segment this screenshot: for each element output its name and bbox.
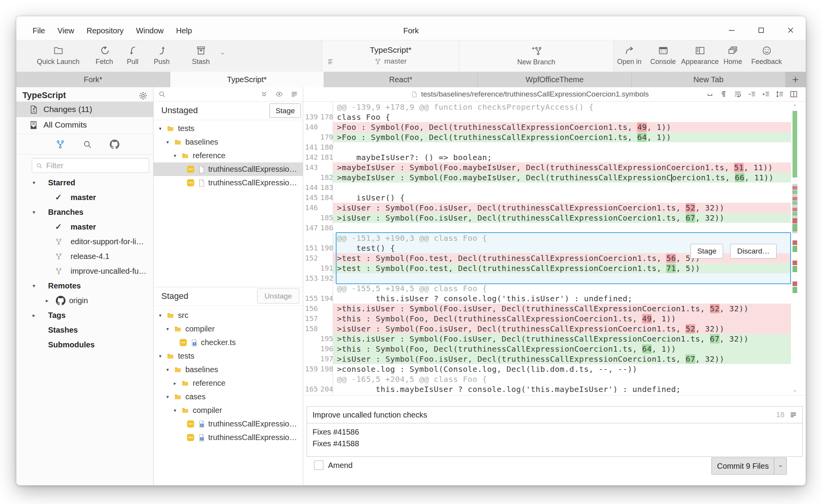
folder-icon bbox=[181, 152, 190, 159]
new-branch-label: New Branch bbox=[459, 58, 613, 66]
old-line-number bbox=[303, 102, 320, 112]
diff-scrollbar[interactable] bbox=[792, 102, 798, 395]
old-line-number: 156 bbox=[303, 304, 320, 314]
word-wrap-icon[interactable] bbox=[734, 90, 742, 98]
branch-icon bbox=[55, 238, 71, 245]
sidebar-branch-release-4-1[interactable]: release-4.1 bbox=[16, 249, 153, 264]
modified-badge-icon bbox=[187, 179, 195, 187]
sidebar-tree-submodules[interactable]: Submodules bbox=[16, 337, 153, 352]
divider bbox=[154, 120, 303, 120]
sidebar-tree-tags[interactable]: ▸Tags bbox=[16, 308, 153, 323]
staged-folder-tests[interactable]: ▾tests bbox=[154, 349, 303, 363]
sidebar-tree-stashes[interactable]: Stashes bbox=[16, 323, 153, 337]
tab-react[interactable]: React* bbox=[324, 72, 478, 87]
sidebar-tree-remotes[interactable]: ▾Remotes bbox=[16, 278, 153, 293]
diff-row: @@ -155,5 +194,5 @@ class Foo { bbox=[303, 283, 806, 293]
amend-checkbox[interactable] bbox=[314, 461, 323, 470]
pull-icon bbox=[117, 45, 148, 56]
diff-row: 157>this : Symbol(Foo, Decl(truthinessCa… bbox=[303, 314, 806, 324]
branch-icon bbox=[375, 58, 381, 65]
staged-file-truthinesscallexpression[interactable]: StruthinessCallExpression… bbox=[154, 417, 303, 431]
sidebar-item-changes-11[interactable]: Changes (11) bbox=[16, 102, 153, 117]
unstaged-folder-tests[interactable]: ▾tests bbox=[154, 122, 303, 135]
paragraph-marks-icon[interactable] bbox=[720, 90, 728, 98]
collapse-all-icon[interactable] bbox=[260, 90, 268, 98]
staged-folder-compiler[interactable]: ▾compiler bbox=[154, 322, 303, 336]
line-spacing-icon[interactable] bbox=[775, 90, 784, 98]
old-line-number: 142 bbox=[303, 152, 320, 162]
tree-item-label: tests bbox=[178, 124, 197, 133]
toolbar-quick-launch-button[interactable]: Quick Launch bbox=[33, 45, 83, 66]
maximize-button[interactable] bbox=[751, 24, 771, 37]
filter-input[interactable]: Filter bbox=[32, 158, 149, 173]
hunk-stage-button[interactable]: Stage bbox=[691, 244, 723, 259]
eye-icon[interactable] bbox=[275, 90, 283, 98]
unstaged-file-truthinesscallexpression[interactable]: truthinessCallExpression… bbox=[154, 176, 303, 190]
staged-folder-cases[interactable]: ▾cases bbox=[154, 390, 303, 404]
commit-body-line: Fixes #41588 bbox=[307, 438, 802, 449]
sidebar-mode-github[interactable] bbox=[101, 135, 128, 153]
staged-file-checker-ts[interactable]: Schecker.ts bbox=[154, 336, 303, 349]
tab-wpfofficetheme[interactable]: WpfOfficeTheme bbox=[478, 72, 632, 87]
stage-button[interactable]: Stage bbox=[269, 104, 301, 118]
diff-line-text: isUser() { bbox=[333, 193, 791, 203]
repo-list-icon[interactable] bbox=[327, 57, 335, 66]
sidebar-mode-branches[interactable] bbox=[47, 135, 74, 153]
scroll-up-arrow-icon[interactable] bbox=[793, 103, 797, 107]
unstaged-folder-reference[interactable]: ▾reference bbox=[154, 149, 303, 162]
file-search-bar[interactable] bbox=[154, 87, 303, 102]
toolbar-pull-button[interactable]: Pull bbox=[117, 45, 148, 66]
decrease-context-icon[interactable] bbox=[748, 90, 756, 98]
gear-icon[interactable] bbox=[138, 91, 148, 100]
staged-file-truthinesscallexpression[interactable]: StruthinessCallExpression… bbox=[154, 431, 303, 444]
tab-typescript[interactable]: TypeScript* bbox=[170, 72, 324, 87]
commit-message-body[interactable]: Fixes #41586Fixes #41588 bbox=[307, 423, 803, 457]
diff-row: 182>maybeIsUser : Symbol(Foo.maybeIsUser… bbox=[303, 173, 806, 183]
unstage-button[interactable]: Unstage bbox=[257, 288, 299, 304]
commit-subject-field[interactable]: Improve uncalled function checks 18 bbox=[307, 406, 803, 423]
tab-new-tab[interactable]: New Tab bbox=[632, 72, 786, 87]
hunk-discard-button[interactable]: Discard… bbox=[730, 244, 777, 259]
staged-folder-reference[interactable]: ▸reference bbox=[154, 376, 303, 390]
toolbar-stash-button[interactable]: Stash bbox=[185, 45, 216, 66]
commit-button[interactable]: Commit 9 Files bbox=[711, 457, 774, 475]
old-line-number: 165 bbox=[303, 384, 320, 394]
sidebar-branch-master[interactable]: ✓master bbox=[16, 219, 153, 234]
scroll-down-arrow-icon[interactable] bbox=[793, 389, 797, 394]
sidebar-tree-branches[interactable]: ▾Branches bbox=[16, 205, 153, 219]
check-icon: ✓ bbox=[55, 193, 71, 202]
old-line-number: 158 bbox=[303, 324, 320, 334]
typescript-file-icon: S bbox=[198, 433, 205, 442]
new-tab-plus-button[interactable] bbox=[786, 72, 806, 87]
unstaged-file-truthinesscallexpression[interactable]: truthinessCallExpression… bbox=[154, 162, 303, 176]
show-whitespace-icon[interactable] bbox=[706, 90, 714, 98]
toolbar-push-button[interactable]: Push bbox=[146, 45, 177, 66]
view-options-icon[interactable] bbox=[290, 90, 298, 98]
minimize-button[interactable] bbox=[722, 24, 741, 37]
commit-options-chevron[interactable] bbox=[774, 457, 787, 475]
toolbar-feedback-button[interactable]: Feedback bbox=[745, 45, 788, 66]
change-overview-mark bbox=[793, 224, 797, 231]
chevron-down-icon[interactable] bbox=[219, 50, 226, 57]
close-button[interactable] bbox=[781, 24, 800, 37]
new-branch-button[interactable]: New Branch bbox=[459, 40, 613, 72]
sidebar-item-all-commits[interactable]: All Commits bbox=[16, 117, 153, 133]
sidebar-remote-origin[interactable]: ▸origin bbox=[16, 293, 153, 308]
tree-item-label: cases bbox=[185, 392, 208, 401]
unstaged-folder-baselines[interactable]: ▾baselines bbox=[154, 135, 303, 149]
staged-folder-src[interactable]: ▾src bbox=[154, 309, 303, 322]
sidebar-branch-improve-uncalled-fu[interactable]: improve-uncalled-fu… bbox=[16, 264, 153, 278]
subject-options-icon[interactable] bbox=[789, 407, 797, 423]
increase-context-icon[interactable] bbox=[762, 90, 770, 98]
repository-selector[interactable]: TypeScript* master bbox=[322, 40, 459, 72]
sidebar-branch-editor-support-for-li[interactable]: editor-support-for-li… bbox=[16, 234, 153, 249]
sidebar-branch-master[interactable]: ✓master bbox=[16, 190, 153, 205]
sidebar-mode-search[interactable] bbox=[74, 135, 101, 153]
tab-fork[interactable]: Fork* bbox=[16, 72, 170, 87]
toolbar-fetch-button[interactable]: Fetch bbox=[89, 45, 120, 66]
staged-folder-compiler[interactable]: ▾compiler bbox=[154, 404, 303, 417]
sidebar-tree-starred[interactable]: ▾Starred bbox=[16, 175, 153, 190]
split-view-icon[interactable] bbox=[789, 90, 798, 98]
branch-icon bbox=[55, 140, 65, 149]
staged-folder-baselines[interactable]: ▾baselines bbox=[154, 363, 303, 376]
